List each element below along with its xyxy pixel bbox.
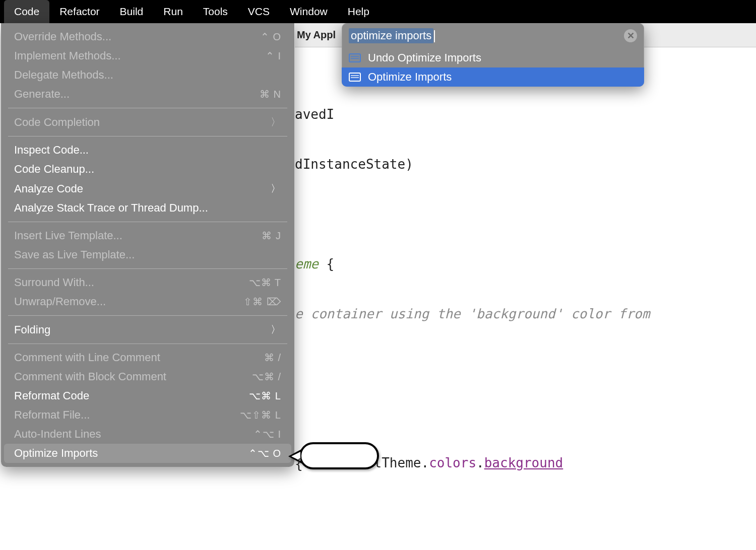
menu-item-label: Optimize Imports (14, 447, 98, 460)
menu-item[interactable]: Reformat Code⌥⌘ L (4, 386, 291, 405)
menu-item-label: Surround With... (14, 276, 94, 289)
menu-item-label: Analyze Code (14, 182, 83, 195)
menu-item-label: Reformat Code (14, 389, 89, 402)
code-frag: . (476, 455, 484, 470)
menu-shortcut: ⌥⌘ L (249, 390, 281, 402)
menu-item-label: Code Completion (14, 116, 100, 129)
menu-item[interactable]: Analyze Code〉 (4, 179, 291, 198)
search-result-label: Optimize Imports (368, 71, 452, 84)
search-result-label: Undo Optimize Imports (368, 51, 481, 64)
action-icon (349, 53, 361, 62)
menu-item: Unwrap/Remove...⇧⌘ ⌦ (4, 292, 291, 311)
menu-item-label: Inspect Code... (14, 144, 89, 157)
menu-item-label: Unwrap/Remove... (14, 295, 106, 308)
menubar-item-tools[interactable]: Tools (193, 0, 238, 23)
menu-item-label: Reformat File... (14, 408, 90, 422)
search-result-row[interactable]: Undo Optimize Imports (342, 48, 644, 67)
menu-item-label: Insert Live Template... (14, 229, 122, 242)
menu-item[interactable]: Code Cleanup... (4, 160, 291, 179)
menubar-item-code[interactable]: Code (4, 0, 49, 23)
menu-item-label: Comment with Line Comment (14, 351, 160, 364)
menu-item: Implement Methods...⌃ I (4, 46, 291, 65)
menu-item-label: Folding (14, 323, 50, 336)
menu-item: Comment with Line Comment⌘ / (4, 348, 291, 367)
menu-shortcut: ⌥⌘ / (252, 371, 281, 383)
menu-item-label: Save as Live Template... (14, 248, 135, 261)
code-frag: background (484, 455, 563, 470)
menu-item-label: Code Cleanup... (14, 163, 94, 176)
chevron-right-icon: 〉 (271, 323, 281, 336)
menubar-item-window[interactable]: Window (280, 0, 338, 23)
code-brace: { (295, 456, 303, 471)
menubar-item-build[interactable]: Build (110, 0, 154, 23)
search-result-row[interactable]: Optimize Imports (342, 67, 644, 87)
menu-item-label: Implement Methods... (14, 49, 121, 62)
code-area[interactable]: avedI dInstanceState) eme { e container … (295, 47, 756, 550)
menu-item: Insert Live Template...⌘ J (4, 226, 291, 245)
menu-item-label: Analyze Stack Trace or Thread Dump... (14, 201, 208, 215)
menu-item-label: Generate... (14, 88, 70, 101)
menubar: Code Refactor Build Run Tools VCS Window… (0, 0, 756, 23)
menu-item[interactable]: Optimize Imports⌃⌥ O (4, 444, 291, 463)
menu-item-label: Auto-Indent Lines (14, 428, 101, 441)
code-frag: colors (429, 455, 476, 470)
menu-item[interactable]: Analyze Stack Trace or Thread Dump... (4, 198, 291, 218)
code-frag: eme (295, 256, 319, 271)
callout-bubble (299, 442, 379, 469)
menubar-item-refactor[interactable]: Refactor (49, 0, 109, 23)
menu-item: Comment with Block Comment⌥⌘ / (4, 367, 291, 386)
code-frag: dInstanceState) (295, 157, 413, 172)
code-frag: avedI (295, 107, 334, 122)
menu-item: Code Completion〉 (4, 112, 291, 132)
menu-separator (8, 108, 287, 108)
menu-separator (8, 136, 287, 136)
menu-shortcut: ⌥⌘ T (249, 277, 281, 289)
menubar-item-help[interactable]: Help (338, 0, 380, 23)
search-input[interactable]: optimize imports (349, 28, 619, 43)
menu-item: Delegate Methods... (4, 65, 291, 85)
menu-shortcut: ⌃⌥ O (248, 447, 281, 459)
editor-area: My Appl avedI dInstanceState) eme { e co… (295, 23, 756, 550)
action-icon (349, 73, 361, 82)
tab-title[interactable]: My Appl (295, 29, 336, 41)
menu-shortcut: ⌘ / (264, 352, 281, 364)
menu-separator (8, 315, 287, 316)
chevron-right-icon: 〉 (271, 115, 281, 129)
menu-item: Generate...⌘ N (4, 85, 291, 104)
menu-item[interactable]: Folding〉 (4, 320, 291, 339)
menubar-item-vcs[interactable]: VCS (238, 0, 280, 23)
menu-item-label: Comment with Block Comment (14, 370, 166, 383)
code-comment: e container using the 'background' color… (295, 306, 650, 321)
clear-icon[interactable]: ✕ (624, 29, 637, 42)
menu-item: Save as Live Template... (4, 245, 291, 264)
callout-body (299, 442, 379, 469)
menu-shortcut: ⌘ J (262, 230, 281, 242)
search-field-row: optimize imports ✕ (342, 23, 644, 48)
menu-separator (8, 222, 287, 222)
code-frag: { (319, 256, 334, 271)
menu-shortcut: ⌃ O (261, 31, 281, 43)
code-menu-dropdown: Override Methods...⌃ OImplement Methods.… (1, 23, 294, 467)
menu-shortcut: ⌃⌥ I (254, 428, 281, 440)
menu-item: Override Methods...⌃ O (4, 27, 291, 46)
menu-item-label: Delegate Methods... (14, 68, 113, 82)
menu-item-label: Override Methods... (14, 30, 111, 43)
text-caret (434, 30, 435, 42)
menu-shortcut: ⌘ N (260, 88, 281, 100)
menu-item[interactable]: Inspect Code... (4, 141, 291, 160)
menu-item: Auto-Indent Lines⌃⌥ I (4, 425, 291, 444)
menubar-item-run[interactable]: Run (153, 0, 193, 23)
menu-shortcut: ⌃ I (266, 50, 281, 62)
menu-item: Reformat File...⌥⇧⌘ L (4, 405, 291, 425)
menu-item: Surround With...⌥⌘ T (4, 273, 291, 292)
menu-shortcut: ⌥⇧⌘ L (240, 409, 281, 421)
menu-separator (8, 343, 287, 344)
chevron-right-icon: 〉 (271, 182, 281, 195)
menu-separator (8, 268, 287, 269)
help-search-popup: optimize imports ✕ Undo Optimize Imports… (342, 23, 644, 87)
menu-shortcut: ⇧⌘ ⌦ (243, 296, 281, 308)
search-input-text: optimize imports (349, 28, 433, 43)
